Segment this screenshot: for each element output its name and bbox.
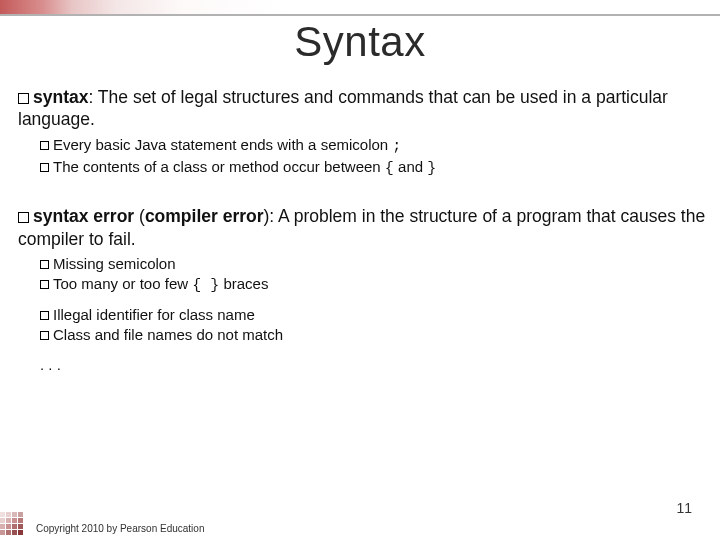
sub-bullet-name-mismatch: Class and file names do not match xyxy=(40,325,712,345)
slide: Syntax syntax: The set of legal structur… xyxy=(0,0,720,540)
code-close-brace: } xyxy=(427,160,436,177)
ellipsis: . . . xyxy=(40,356,61,373)
sub-text: Class and file names do not match xyxy=(53,326,283,343)
decorative-corner-squares xyxy=(0,512,32,540)
sub-bullet-braces: The contents of a class or method occur … xyxy=(40,157,712,179)
bullet-icon xyxy=(18,93,29,104)
slide-title: Syntax xyxy=(0,18,720,66)
sub-bullet-missing-semi: Missing semicolon xyxy=(40,254,712,274)
bullet-icon xyxy=(40,260,49,269)
bullet-icon xyxy=(18,212,29,223)
term-syntax-error: syntax error xyxy=(33,206,134,226)
sub-text: Every basic Java statement ends with a s… xyxy=(53,136,392,153)
sub-text: The contents of a class or method occur … xyxy=(53,158,385,175)
code-open-brace: { xyxy=(385,160,394,177)
bullet-icon xyxy=(40,163,49,172)
sub-text: Illegal identifier for class name xyxy=(53,306,255,323)
sub-text: Too many or too few xyxy=(53,275,192,292)
page-number: 11 xyxy=(676,500,692,516)
bullet-icon xyxy=(40,141,49,150)
copyright-footer: Copyright 2010 by Pearson Education xyxy=(36,523,204,534)
code-semicolon: ; xyxy=(392,138,401,155)
bullet-icon xyxy=(40,331,49,340)
bullet-icon xyxy=(40,280,49,289)
sub-text: Missing semicolon xyxy=(53,255,176,272)
definition-syntax-error: syntax error (compiler error): A problem… xyxy=(18,205,712,250)
sub-text-mid: and xyxy=(394,158,427,175)
slide-body: syntax: The set of legal structures and … xyxy=(18,86,712,375)
term-compiler-error: compiler error xyxy=(145,206,264,226)
decorative-top-gradient xyxy=(0,0,720,16)
sub-text-post: braces xyxy=(219,275,268,292)
code-braces: { } xyxy=(192,277,219,294)
ellipsis-line: . . . xyxy=(40,355,712,375)
bullet-icon xyxy=(40,311,49,320)
sub-bullet-semicolon: Every basic Java statement ends with a s… xyxy=(40,135,712,157)
def-syntax-text: : The set of legal structures and comman… xyxy=(18,87,668,129)
sub-bullet-illegal-id: Illegal identifier for class name xyxy=(40,305,712,325)
sub-bullet-brace-count: Too many or too few { } braces xyxy=(40,274,712,296)
definition-syntax: syntax: The set of legal structures and … xyxy=(18,86,712,131)
term-syntax: syntax xyxy=(33,87,88,107)
